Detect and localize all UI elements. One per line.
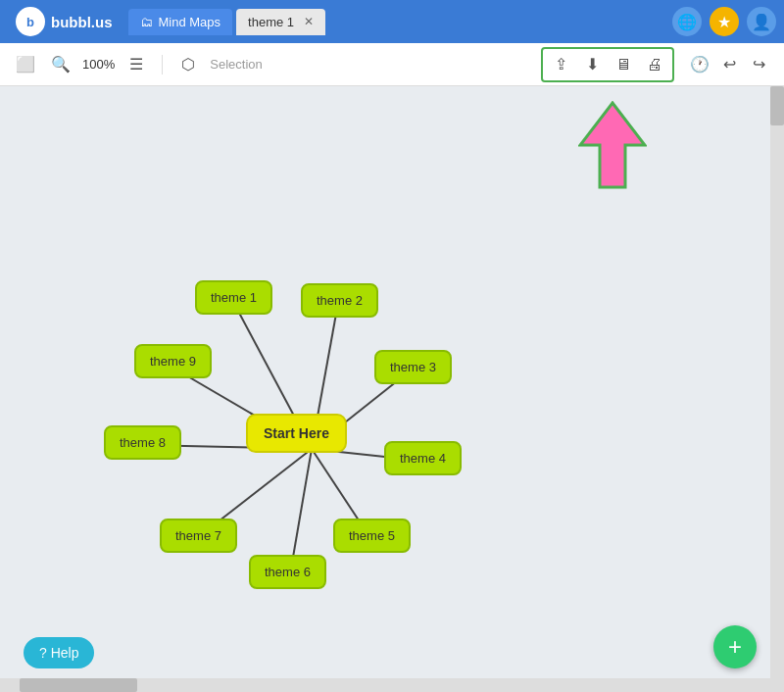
print-button[interactable]: 🖨 [641, 51, 668, 78]
tab-theme1-label: theme 1 [248, 15, 294, 29]
selection-label: Selection [210, 57, 262, 72]
center-node[interactable]: Start Here [246, 414, 347, 453]
scrollbar-thumb-vertical[interactable] [770, 86, 784, 125]
node-theme2[interactable]: theme 2 [301, 283, 378, 318]
tab-close-icon[interactable]: ✕ [304, 15, 314, 28]
redo-button[interactable]: ↪ [745, 51, 772, 78]
add-icon: + [728, 633, 742, 661]
star-button[interactable]: ★ [710, 7, 739, 36]
toolbar: ⬜ 🔍 100% ☰ ⬡ Selection ⇪ ⬇ 🖥 🖨 🕐 ↩ ↪ [0, 43, 784, 86]
scrollbar-bottom[interactable] [0, 678, 770, 692]
tab-area: 🗂 Mind Maps theme 1 ✕ [128, 9, 326, 35]
add-button[interactable]: + [713, 625, 757, 668]
toolbar-divider-1 [162, 55, 163, 74]
tab-mindmaps[interactable]: 🗂 Mind Maps [128, 9, 233, 35]
tab-mindmaps-label: Mind Maps [159, 15, 221, 29]
toolbar-right-group: ⇪ ⬇ 🖥 🖨 [541, 47, 674, 82]
present-button[interactable]: 🖥 [610, 51, 637, 78]
share-button[interactable]: ⇪ [547, 51, 574, 78]
logo-text: bubbl.us [51, 14, 113, 30]
undo-button[interactable]: ↩ [715, 51, 743, 78]
arrow-indicator [578, 101, 647, 189]
node-theme1[interactable]: theme 1 [195, 280, 272, 315]
svg-marker-9 [580, 103, 645, 187]
globe-button[interactable]: 🌐 [672, 7, 702, 36]
frame-button[interactable]: ⬜ [12, 51, 39, 78]
tab-mindmaps-icon: 🗂 [140, 15, 153, 29]
scrollbar-thumb-horizontal[interactable] [20, 678, 137, 692]
tab-theme1[interactable]: theme 1 ✕ [236, 9, 325, 35]
logo-icon: b [16, 7, 45, 36]
topbar-icons: 🌐 ★ 👤 [672, 7, 776, 36]
node-theme8[interactable]: theme 8 [104, 425, 181, 460]
selection-icon[interactable]: ⬡ [174, 51, 202, 78]
node-theme9[interactable]: theme 9 [134, 344, 212, 378]
node-theme6[interactable]: theme 6 [249, 555, 326, 589]
mindmap-lines [0, 86, 784, 692]
download-button[interactable]: ⬇ [578, 51, 606, 78]
node-theme3[interactable]: theme 3 [374, 350, 452, 384]
node-theme4[interactable]: theme 4 [384, 441, 462, 475]
zoom-in-button[interactable]: 🔍 [47, 51, 74, 78]
node-theme5[interactable]: theme 5 [333, 519, 411, 553]
logo-area: b bubbl.us [8, 7, 121, 36]
menu-button[interactable]: ☰ [122, 51, 150, 78]
user-button[interactable]: 👤 [747, 7, 776, 36]
canvas-container[interactable]: Start Here theme 1 theme 2 theme 3 theme… [0, 86, 784, 692]
history-button[interactable]: 🕐 [686, 51, 713, 78]
node-theme7[interactable]: theme 7 [160, 519, 237, 553]
help-label: ? Help [39, 645, 78, 661]
toolbar-history: 🕐 ↩ ↪ [686, 51, 772, 78]
help-button[interactable]: ? Help [24, 637, 94, 668]
topbar: b bubbl.us 🗂 Mind Maps theme 1 ✕ 🌐 ★ 👤 [0, 0, 784, 43]
zoom-level: 100% [82, 57, 115, 72]
scrollbar-right[interactable] [770, 86, 784, 692]
